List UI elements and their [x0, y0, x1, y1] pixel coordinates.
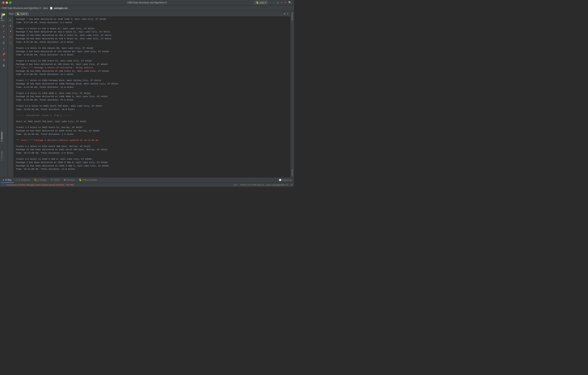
console-line — [16, 44, 288, 46]
run-icon-sidebar[interactable]: ▶ — [1, 23, 7, 28]
branch-selector[interactable]: 🐍 main ▾ — [254, 1, 268, 4]
play-icon: ▶ — [3, 24, 4, 27]
play-icon-glyph: ▶ — [10, 19, 11, 22]
breadcrumb-project[interactable]: C950 Data Structures and Algorithms II — [1, 7, 41, 10]
tab-terminal[interactable]: ▣ Terminal — [62, 177, 77, 183]
console-line — [16, 123, 288, 126]
console-line — [16, 111, 288, 114]
list-icon[interactable]: ☰ — [1, 40, 7, 45]
breadcrumb-file[interactable]: packages.csv — [54, 7, 68, 10]
console-line: Package 3 has been delivered at 233 Cany… — [16, 50, 288, 53]
cursor-position[interactable]: 62:1 — [234, 184, 238, 186]
settings-icon-status[interactable]: ⚙ — [291, 184, 293, 186]
console-line: Package 38 has been delivered at 410 S S… — [16, 37, 288, 40]
run-settings-icon[interactable]: ⚙ — [284, 12, 286, 16]
console-line: Package 8 has been delivered at 300 Stat… — [16, 63, 288, 66]
run-config-name: main — [20, 12, 25, 15]
history-icon[interactable]: ◷ — [277, 1, 279, 5]
console-line: Time: 10:21:00 AM, Total distance: 5.5 m… — [16, 151, 288, 155]
tab-run[interactable]: ▶ 4: Run — [1, 177, 14, 183]
console-line: Travel 7.7 miles to 2300 Parkway Blvd, W… — [16, 79, 288, 82]
event-log-button[interactable]: 🕐 Event Log — [279, 179, 292, 181]
console-line: Time: 8:45:00 AM, Total distance: 13.5 m… — [16, 53, 288, 56]
console-line: Package 24 has been delivered at 5025 St… — [16, 129, 288, 132]
structure-tab[interactable]: 2: Structure — [0, 130, 3, 143]
python-console-tab-icon: 🐍 — [79, 179, 82, 181]
run-config-selector[interactable]: 🐍 main ▾ — [15, 12, 29, 16]
stop-sidebar-icon[interactable]: ■ — [1, 29, 7, 34]
python-console-tab-label: Python Console — [82, 179, 97, 181]
favorites-tab[interactable]: 2: Favorites — [0, 149, 3, 162]
run-config-chevron: ▾ — [26, 12, 27, 15]
delete-icon[interactable]: 🗑 — [1, 63, 7, 68]
console-line: Package 2 has been delivered at 2530 S 5… — [16, 161, 288, 164]
sciview-panel-label[interactable]: SciView — [291, 168, 294, 176]
tab-problems[interactable]: ⚠ 6: Problems — [14, 177, 32, 183]
vcs-icon[interactable]: ⋯ — [280, 1, 283, 5]
upload-icon[interactable]: ⬆ — [1, 46, 7, 51]
console-line: Travel 2.4 miles to 5025 State St, Murra… — [16, 126, 288, 129]
printer-icon: 🖨 — [2, 58, 5, 61]
terminal-tab-icon: ▣ — [64, 179, 66, 181]
console-line: Package 33 has been delivered at 2530 S … — [16, 164, 288, 168]
console-line — [16, 142, 288, 145]
console-line: Package 22 has been delivered at 6351 So… — [16, 148, 288, 151]
update-icon[interactable]: ↑ — [269, 1, 272, 4]
console-line: Time: 10:10:40 AM, Total distance: 2.4 m… — [16, 132, 288, 136]
pin-icon[interactable]: 📌 — [1, 52, 7, 57]
branch-name: main — [260, 1, 264, 4]
wrap-icon[interactable]: ↩ — [8, 40, 13, 45]
console-line — [16, 102, 288, 104]
console-line: Time: 10:02:40 AM, Total distance: 36.8 … — [16, 108, 288, 111]
tab-todo[interactable]: ☰ TODO — [49, 177, 62, 183]
arrow-up-icon: ▲ — [10, 24, 11, 27]
down-arrow-icon[interactable]: ▼ — [1, 34, 7, 40]
scroll-down-icon[interactable]: ▼ — [8, 29, 13, 34]
stop-icon: ■ — [3, 30, 4, 33]
console-line: Package 36 has been delivered at 2300 Pa… — [16, 82, 288, 86]
pin-icon-glyph: 📌 — [2, 53, 5, 56]
trash-icon: 🗑 — [2, 64, 5, 67]
python-version[interactable]: Python 3.8 (C950 Data St...ctures and Al… — [240, 184, 288, 186]
console-line — [16, 56, 288, 59]
wrap-glyph: ↩ — [10, 42, 11, 44]
console-line: Package 37 has been delivered at 410 S S… — [16, 33, 288, 37]
breadcrumb: C950 Data Structures and Algorithms II ›… — [1, 7, 68, 10]
minimize-button[interactable] — [6, 1, 8, 4]
console-line: Travel 3.1 miles to 6351 South 900 East,… — [16, 145, 288, 148]
print-icon[interactable]: 🖨 — [1, 57, 7, 63]
database-panel-label[interactable]: Database — [291, 12, 294, 22]
console-line: Package 5 has been delivered at 410 S St… — [16, 30, 288, 33]
tab-debug[interactable]: 🐛 5: Debug — [32, 177, 49, 183]
event-log-label: Event Log — [282, 179, 292, 181]
bottom-tabs-right: 🕐 Event Log — [279, 179, 293, 181]
console-line: ------- Deliveries: Truck 2, Trip 2 ----… — [16, 114, 288, 117]
project-tab-label[interactable]: 1: Project — [0, 12, 3, 23]
console-output[interactable]: Package 7 has been delivered at 1330 210… — [14, 17, 290, 177]
run-label: Run: — [9, 12, 14, 15]
console-line: *** Alert *** Package 9 delivery address… — [16, 139, 288, 142]
play-side-icon[interactable]: ▶ — [8, 17, 13, 23]
breadcrumb-folder[interactable]: data — [43, 7, 48, 10]
problems-tab-icon: ⚠ — [16, 179, 18, 181]
console-line: Package 30 has been delivered at 300 Sta… — [16, 69, 288, 73]
scroll-up-icon[interactable]: ▲ — [8, 23, 13, 28]
stop-icon[interactable]: ■ — [284, 1, 286, 4]
tabbar: C950 Data Structures and Algorithms II ›… — [0, 5, 294, 11]
status-right: 62:1 Python 3.8 (C950 Data St...ctures a… — [234, 184, 293, 186]
console-line — [16, 89, 288, 92]
close-button[interactable] — [2, 1, 5, 4]
console-line: Time: 8:41:40 AM, Total distance: 12.5 m… — [16, 40, 288, 44]
tab-python-console[interactable]: 🐍 Python Console — [77, 177, 99, 183]
search-icon[interactable]: 🔍 — [288, 1, 292, 5]
console-line — [16, 24, 288, 27]
status-error-message: Connection to Python debugger failed: So… — [6, 184, 74, 186]
left-sidebar: 📁 ↺ ▶ ■ ▼ ☰ ⬆ 📌 🖨 🗑 2: Structur — [0, 11, 8, 177]
run-close-icon[interactable]: ✕ — [286, 12, 289, 16]
window-controls[interactable] — [2, 1, 11, 4]
stop-run-icon[interactable]: ■ — [8, 34, 13, 40]
console-line: Time: 8:27:20 AM, Total distance: 8.2 mi… — [16, 21, 288, 24]
maximize-button[interactable] — [9, 1, 11, 4]
arrow-down-icon: ▼ — [3, 36, 4, 39]
push-icon[interactable]: ↓ — [273, 1, 275, 4]
